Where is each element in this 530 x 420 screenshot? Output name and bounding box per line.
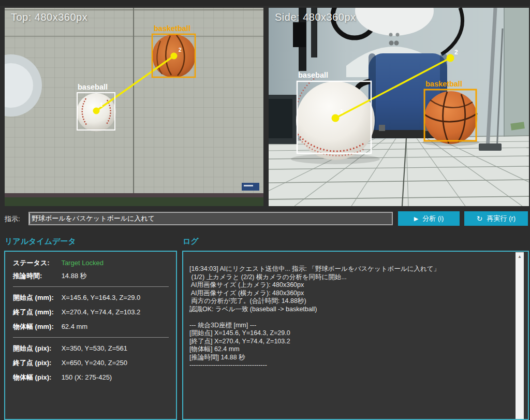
inference-time-row: 推論時間: 14.88 秒 bbox=[13, 272, 170, 280]
object-width-pix-row: 物体幅 (pix): 150 (X: 275-425) bbox=[13, 373, 170, 382]
camera-side-view: 1 2 baseball basketball Side: 480x360px bbox=[269, 8, 529, 206]
grid-paper-background bbox=[5, 8, 263, 202]
scroll-up-icon: ▲ bbox=[518, 254, 522, 259]
end-point-dot bbox=[171, 53, 178, 60]
start-point-mm-value: X=145.6, Y=164.3, Z=29.0 bbox=[62, 294, 141, 301]
object-width-pix-value: 150 (X: 275-425) bbox=[62, 373, 112, 381]
instruction-label: 指示: bbox=[5, 214, 20, 224]
marker-1-label: 1 bbox=[100, 102, 103, 108]
rerun-button-label: 再実行 (r) bbox=[487, 214, 516, 223]
log-line bbox=[189, 313, 510, 322]
log-line: (1/2) 上カメラと (2/2) 横カメラの分析を同時に開始... bbox=[189, 273, 510, 282]
realtime-data-panel: ステータス: Target Locked 推論時間: 14.88 秒 開始点 (… bbox=[4, 251, 177, 420]
object-width-mm-label: 物体幅 (mm): bbox=[13, 323, 56, 331]
end-point-pix-label: 終了点 (pix): bbox=[13, 359, 56, 367]
rerun-button[interactable]: ↻ 再実行 (r) bbox=[464, 211, 528, 226]
play-icon: ▶ bbox=[414, 215, 418, 222]
log-scrollbar[interactable]: ▲ bbox=[516, 252, 524, 419]
marker-2-label: 2 bbox=[454, 49, 458, 56]
marker-2-label: 2 bbox=[179, 47, 182, 53]
analyze-button-label: 分析 (i) bbox=[422, 214, 444, 223]
baseball-label: baseball bbox=[298, 71, 328, 79]
log-panel: [16:34:03] AIにリクエスト送信中... 指示: 「野球ボールをバスケ… bbox=[182, 251, 529, 420]
inference-time-value: 14.88 秒 bbox=[62, 272, 87, 280]
status-row: ステータス: Target Locked bbox=[13, 259, 170, 267]
instruction-input[interactable] bbox=[28, 212, 393, 225]
log-line: [終了点] X=270.4, Y=74.4, Z=103.2 bbox=[189, 338, 510, 346]
object-width-mm-row: 物体幅 (mm): 62.4 mm bbox=[13, 323, 170, 331]
start-point-mm-row: 開始点 (mm): X=145.6, Y=164.3, Z=29.0 bbox=[13, 294, 170, 302]
inference-time-label: 推論時間: bbox=[13, 272, 56, 280]
log-line: 認識OK: ラベル一致 (baseball -> basketball) bbox=[189, 306, 510, 314]
app-window: 1 2 baseball basketball Top: 480x360px bbox=[0, 0, 530, 420]
log-line: [開始点] X=145.6, Y=164.3, Z=29.0 bbox=[189, 329, 510, 338]
camera-top-view: 1 2 baseball basketball Top: 480x360px bbox=[5, 8, 263, 206]
log-line: [16:34:03] AIにリクエスト送信中... 指示: 「野球ボールをバスケ… bbox=[189, 265, 510, 273]
status-label: ステータス: bbox=[13, 259, 56, 267]
log-output: [16:34:03] AIにリクエスト送信中... 指示: 「野球ボールをバスケ… bbox=[184, 252, 512, 418]
log-line: [推論時間] 14.88 秒 bbox=[189, 354, 510, 362]
refresh-icon: ↻ bbox=[477, 214, 483, 223]
realtime-data-heading: リアルタイムデータ bbox=[5, 237, 76, 247]
divider bbox=[13, 337, 169, 338]
text-caret bbox=[30, 213, 30, 224]
log-line: 両方の分析が完了。(合計時間: 14.88秒) bbox=[189, 297, 510, 306]
camera-side-scene: 1 2 baseball basketball bbox=[269, 8, 529, 206]
end-point-mm-label: 終了点 (mm): bbox=[13, 308, 56, 316]
end-point-mm-row: 終了点 (mm): X=270.4, Y=74.4, Z=103.2 bbox=[13, 308, 170, 316]
status-badge: Target Locked bbox=[61, 259, 104, 267]
start-point-pix-value: X=350, Y=530, Z=561 bbox=[62, 344, 127, 352]
object-width-pix-label: 物体幅 (pix): bbox=[13, 373, 56, 382]
log-line: [物体幅] 62.4 mm bbox=[189, 345, 510, 354]
log-line: AI用画像サイズ (横カメラ): 480x360px bbox=[189, 289, 510, 298]
end-point-pix-row: 終了点 (pix): X=650, Y=240, Z=250 bbox=[13, 359, 170, 367]
start-point-dot bbox=[332, 114, 340, 122]
end-point-pix-value: X=650, Y=240, Z=250 bbox=[62, 359, 127, 367]
marker-1-label: 1 bbox=[340, 108, 343, 114]
log-heading: ログ bbox=[183, 237, 199, 247]
start-point-dot bbox=[93, 108, 100, 114]
start-point-pix-label: 開始点 (pix): bbox=[13, 344, 56, 353]
camera-side-title: Side: 480x360px bbox=[275, 11, 356, 23]
log-line: --- 統合3D座標 [mm] --- bbox=[189, 322, 510, 330]
end-point-mm-value: X=270.4, Y=74.4, Z=103.2 bbox=[62, 308, 141, 316]
log-line: AI用画像サイズ (上カメラ): 480x360px bbox=[189, 281, 510, 289]
basketball-label: basketball bbox=[425, 80, 462, 88]
basketball-label: basketball bbox=[154, 24, 190, 33]
analyze-button[interactable]: ▶ 分析 (i) bbox=[398, 211, 460, 226]
end-point-dot bbox=[447, 54, 454, 62]
camera-top-scene: 1 2 baseball basketball bbox=[5, 8, 263, 206]
camera-top-title: Top: 480x360px bbox=[11, 11, 87, 23]
scroll-up-button[interactable]: ▲ bbox=[516, 252, 524, 260]
object-width-mm-value: 62.4 mm bbox=[62, 323, 88, 330]
baseball-label: baseball bbox=[78, 83, 108, 91]
divider bbox=[13, 286, 169, 287]
start-point-pix-row: 開始点 (pix): X=350, Y=530, Z=561 bbox=[13, 344, 170, 353]
start-point-mm-label: 開始点 (mm): bbox=[13, 294, 56, 302]
log-line: ------------------------------------ bbox=[189, 361, 510, 370]
